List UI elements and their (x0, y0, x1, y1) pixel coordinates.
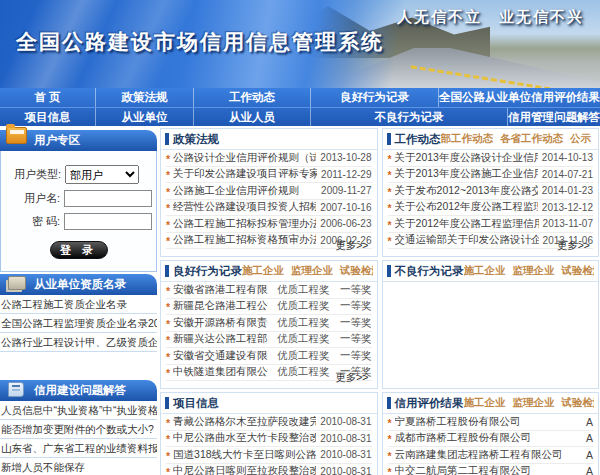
work-tab[interactable]: 各省工作动态 (500, 132, 563, 146)
policy-item-link[interactable]: 关于印发公路建设项目评标专家库管理办法的通知 (173, 167, 317, 181)
policy-list: * 公路设计企业信用评价规则（试行） 2013-10-28 * 关于印发公路建设… (161, 150, 377, 249)
policy-item-link[interactable]: 公路设计企业信用评价规则（试行） (173, 151, 316, 165)
project-box: 项目信息 * 青藏公路格尔木至拉萨段改建完善工程 2010-08-31 * 中尼… (160, 392, 378, 475)
nav-item[interactable]: 不良行为记录 (310, 108, 507, 126)
work-item-date: 2014-07-21 (542, 169, 593, 180)
work-tab[interactable]: 公示 (570, 132, 591, 146)
credit-result-tab[interactable]: 试验检测企业 (562, 396, 595, 410)
main-grid: 政策法规 * 公路设计企业信用评价规则（试行） 2013-10-28 * 关于印… (159, 128, 600, 475)
work-more-link[interactable]: 更多>> (557, 239, 590, 253)
policy-item-date: 2009-11-27 (321, 185, 371, 196)
project-item-link[interactable]: 国道318线大竹卡至日喀则公路改建工程 (173, 448, 316, 462)
bad-record-tab[interactable]: 监理企业 (513, 264, 555, 278)
title-bar-icon (165, 397, 169, 409)
project-item-link[interactable]: 中尼公路日喀则至拉孜段整治改建工程 (173, 464, 316, 475)
good-record-tab[interactable]: 监理企业 (291, 264, 333, 278)
work-tab[interactable]: 部工作动态 (441, 132, 494, 146)
banner-slogan: 人无信不立 业无信不兴 (397, 8, 584, 27)
policy-item-link[interactable]: 经营性公路建设项目投资人招标投标管理规定 (173, 200, 316, 214)
qualification-list-item[interactable]: 公路行业工程设计甲、乙级资质企业名录 (0, 333, 157, 352)
good-record-grade: 一等奖 (330, 299, 372, 313)
qualification-list-item[interactable]: 全国公路工程监理资质企业名录2014.1... (0, 314, 157, 333)
credit-result-company-link[interactable]: 成都市路桥工程股份有限公司 (395, 431, 573, 445)
good-record-company-link[interactable]: 新疆昆仑路港工程公司 (173, 299, 267, 313)
credit-result-tab[interactable]: 监理企业 (513, 396, 555, 410)
user-login-box: 用户类型: 部用户 用户名: 密 码: 登 录 (0, 151, 157, 272)
title-bar-icon (387, 133, 391, 145)
nav-item[interactable]: 政策法规 (95, 88, 193, 107)
project-item: * 青藏公路格尔木至拉萨段改建完善工程 2010-08-31 (166, 414, 372, 431)
bad-record-tab[interactable]: 施工企业 (464, 264, 506, 278)
faq-list-item[interactable]: 人员信息中“执业资格”中“执业资格类别 (0, 401, 157, 420)
project-item-link[interactable]: 中尼公路曲水至大竹卡段整治改建工程 (173, 431, 316, 445)
good-record-company-link[interactable]: 安徽省交通建设有限责任公司 (173, 349, 267, 363)
bullet-icon: * (388, 169, 392, 181)
good-record-header: 良好行为记录 施工企业监理企业试验检测企业勘察设计企业 (161, 261, 377, 282)
good-record-company-link[interactable]: 新疆兴达公路工程部 (173, 332, 267, 346)
good-record-company-link[interactable]: 中铁隧道集团有限公司 (173, 365, 267, 379)
project-list: * 青藏公路格尔木至拉萨段改建完善工程 2010-08-31 * 中尼公路曲水至… (161, 414, 377, 475)
credit-result-company-link[interactable]: 中交二航局第二工程有限公司 (395, 464, 573, 475)
good-record-award: 优质工程奖 (268, 316, 330, 330)
bullet-icon: * (166, 169, 170, 181)
user-zone-header: 用户专区 (0, 130, 157, 151)
project-item-date: 2010-08-31 (320, 433, 371, 444)
faq-list-item[interactable]: 能否增加变更附件的个数或大小? (0, 420, 157, 439)
policy-item-date: 2011-12-29 (321, 169, 371, 180)
nav-item[interactable]: 从业单位 (95, 108, 193, 126)
good-record-company-link[interactable]: 安徽省路港工程有限责任公司 (173, 283, 267, 297)
project-header: 项目信息 (161, 393, 377, 414)
nav-item[interactable]: 首 页 (0, 88, 95, 107)
work-item-link[interactable]: 交通运输部关于印发公路设计企业信用评价规... (395, 233, 539, 247)
credit-result-grade: A (573, 449, 593, 461)
faq-header: 信用建设问题解答 (0, 380, 157, 401)
credit-result-list: * 宁夏路桥工程股份有限公司 A * 成都市路桥工程股份有限公司 A * (383, 414, 599, 475)
work-item-link[interactable]: 关于2012年度公路工程监理信用评价结果... (395, 217, 539, 231)
credit-result-tab[interactable]: 施工企业 (464, 396, 506, 410)
bad-record-tab[interactable]: 试验检测企业 (562, 264, 595, 278)
nav-item[interactable]: 从业人员 (193, 108, 310, 126)
title-bar-icon (387, 397, 391, 409)
password-input[interactable] (64, 213, 152, 230)
credit-result-item: * 中交二航局第二工程有限公司 A (388, 464, 594, 475)
username-input[interactable] (64, 190, 152, 207)
work-item-link[interactable]: 关于发布2012~2013年度公路交通优... (395, 184, 538, 198)
credit-result-company-link[interactable]: 宁夏路桥工程股份有限公司 (395, 415, 573, 429)
credit-result-grade: A (573, 432, 593, 444)
site-title: 全国公路建设市场信用信息管理系统 (16, 28, 384, 56)
nav-row-top: 首 页政策法规工作动态良好行为记录全国公路从业单位信用评价结果 (0, 88, 600, 107)
faq-list-item[interactable]: 山东省、广东省工程的业绩资料报送 (0, 439, 157, 458)
credit-result-company-link[interactable]: 云南路建集团志程路桥工程有限公司 (395, 448, 573, 462)
bullet-icon: * (388, 202, 392, 214)
work-item-date: 2013-12-12 (542, 202, 593, 213)
user-type-select[interactable]: 部用户 (65, 165, 139, 184)
nav-item[interactable]: 工作动态 (193, 88, 310, 107)
nav-item[interactable]: 信用管理问题解答 (507, 108, 600, 126)
policy-item-link[interactable]: 公路工程施工招标资格预审办法 (173, 233, 316, 247)
good-record-company-link[interactable]: 安徽开源路桥有限责任公司 (173, 316, 267, 330)
project-item-link[interactable]: 青藏公路格尔木至拉萨段改建完善工程 (173, 415, 316, 429)
work-item-link[interactable]: 关于公布2012年度公路工程监理信用评价... (395, 200, 538, 214)
nav-item[interactable]: 全国公路从业单位信用评价结果 (438, 88, 600, 107)
nav-item[interactable]: 项目信息 (0, 108, 95, 126)
user-zone-title: 用户专区 (34, 134, 80, 146)
policy-item: * 关于印发公路建设项目评标专家库管理办法的通知 2011-12-29 (166, 167, 372, 184)
good-record-tab[interactable]: 试验检测企业 (340, 264, 373, 278)
good-record-grade: 一等奖 (330, 316, 372, 330)
qualification-list-item[interactable]: 公路工程施工资质企业名录 (0, 295, 157, 314)
policy-item-link[interactable]: 公路工程施工招标投标管理办法 (173, 217, 316, 231)
work-item-date: 2014-10-13 (542, 152, 593, 163)
good-record-tab[interactable]: 施工企业 (242, 264, 284, 278)
login-button[interactable]: 登 录 (50, 241, 108, 259)
policy-more-link[interactable]: 更多>> (335, 239, 368, 253)
bad-record-tabs: 施工企业监理企业试验检测企业勘察设计企业 (464, 264, 595, 278)
bullet-icon: * (166, 334, 170, 346)
good-record-award: 优质工程奖 (268, 332, 330, 346)
faq-list-item[interactable]: 新增人员不能保存 (0, 458, 157, 475)
work-item-link[interactable]: 关于2013年度公路施工企业信用评价全国... (395, 167, 538, 181)
work-item-link[interactable]: 关于2013年度公路设计企业信用评价全国... (395, 151, 538, 165)
policy-item-link[interactable]: 公路施工企业信用评价规则 (173, 184, 317, 198)
nav-item[interactable]: 良好行为记录 (310, 88, 438, 107)
good-record-more-link[interactable]: 更多>> (335, 371, 368, 385)
policy-item: * 公路施工企业信用评价规则 2009-11-27 (166, 183, 372, 200)
